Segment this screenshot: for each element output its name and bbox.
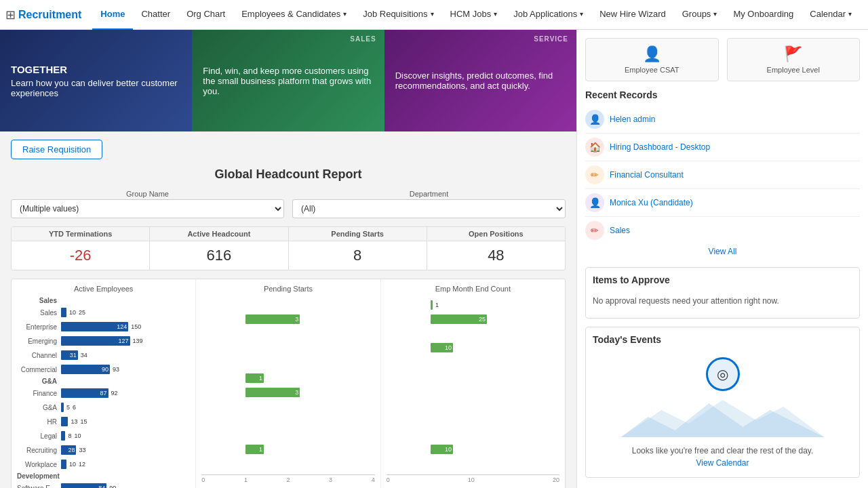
nav-item-org-chart[interactable]: Org Chart — [178, 0, 233, 30]
bar-row-label: Sales — [17, 309, 61, 317]
report-title: Global Headcount Report — [11, 167, 566, 182]
nav-item-new-hire-wizard[interactable]: New Hire Wizard — [591, 0, 674, 30]
metric-cards-row: 👤 Employee CSAT 🚩 Employee Level — [585, 38, 860, 81]
bar-container: 1012 — [61, 460, 190, 469]
emp-bar: 10 — [431, 445, 453, 454]
record-link[interactable]: Helen admin — [610, 115, 655, 124]
emp-axis-line — [387, 474, 559, 475]
view-calendar-link[interactable]: View Calendar — [593, 455, 852, 470]
chart-group-label: Sales — [17, 297, 190, 304]
record-item[interactable]: ✏ Sales — [585, 217, 860, 244]
record-icon: 👤 — [585, 110, 604, 129]
nav-item-my-onboarding[interactable]: My Onboarding — [725, 0, 802, 30]
group-name-select[interactable]: (Multiple values) — [11, 199, 284, 218]
recent-records-section: Recent Records 👤 Helen admin 🏠 Hiring Da… — [585, 89, 860, 259]
raise-requisition-button[interactable]: Raise Requisition — [11, 140, 102, 159]
record-item[interactable]: 🏠 Hiring Dashboard - Desktop — [585, 134, 860, 161]
employee-csat-icon: 👤 — [593, 45, 711, 63]
pending-bar-container: 1 — [245, 373, 374, 383]
bar-container: 810 — [61, 431, 190, 441]
bar-row-label: Channel — [17, 352, 61, 359]
pending-value: 8 — [292, 247, 424, 264]
bar-row-label: Commercial — [17, 366, 61, 373]
ytd-terminations-cell: YTD Terminations -26 — [12, 227, 150, 270]
employee-level-card[interactable]: 🚩 Employee Level — [727, 38, 861, 81]
nav-item-hcm-jobs[interactable]: HCM Jobs ▾ — [442, 0, 506, 30]
bar-row: HR1315 — [17, 415, 190, 428]
banner-service[interactable]: SERVICE Discover insights, predict outco… — [384, 30, 576, 131]
emp-bar-row: 10 — [387, 342, 559, 354]
nav-item-employees---candidates[interactable]: Employees & Candidates ▾ — [233, 0, 355, 30]
record-item[interactable]: 👤 Monica Xu (Candidate) — [585, 189, 860, 217]
active-bar — [61, 308, 66, 317]
nav-item-groups[interactable]: Groups ▾ — [674, 0, 726, 30]
mountain-illustration — [593, 396, 852, 437]
pending-bar-row: 3 — [201, 386, 374, 399]
view-all-link[interactable]: View All — [585, 244, 860, 259]
bar-value2: 12 — [79, 461, 85, 468]
chart-group-label: G&A — [17, 378, 190, 385]
banner-3-text: Discover insights, predict outcomes, fin… — [395, 70, 553, 91]
emp-bar — [431, 300, 433, 310]
emp-bar-container: 1 — [431, 300, 559, 310]
open-value: 48 — [430, 247, 562, 264]
department-select[interactable]: (All) — [292, 199, 566, 218]
emp-bar-value: 1 — [435, 302, 439, 308]
group-name-label: G&A — [17, 378, 61, 385]
chevron-down-icon: ▾ — [848, 10, 852, 18]
active-bar: 87 — [61, 388, 108, 398]
bar-container: 3134 — [61, 350, 190, 360]
active-value: 616 — [153, 247, 285, 264]
nav-item-job-applications[interactable]: Job Applications ▾ — [505, 0, 591, 30]
emp-bar-row — [387, 372, 559, 384]
record-link[interactable]: Monica Xu (Candidate) — [610, 198, 693, 207]
group-name-label: Sales — [17, 297, 61, 304]
nav-item-chatter[interactable]: Chatter — [133, 0, 178, 30]
bar-value2: 10 — [74, 432, 81, 439]
nav-item-home[interactable]: Home — [92, 0, 133, 30]
department-filter: Department (All) — [292, 190, 566, 218]
record-link[interactable]: Sales — [610, 226, 630, 235]
todays-events-title: Today's Events — [593, 334, 852, 345]
nav-item-calendar[interactable]: Calendar ▾ — [802, 0, 860, 30]
bar-row: Software Engineer8490 — [17, 482, 190, 488]
nav-item-more[interactable]: More ▾ — [860, 0, 868, 30]
record-item[interactable]: ✏ Financial Consultant — [585, 161, 860, 189]
app-grid-icon[interactable]: ⊞ — [5, 4, 16, 26]
emp-bar: 10 — [431, 343, 453, 352]
group-name-label: Development — [17, 472, 61, 480]
bar-container: 1315 — [61, 417, 190, 426]
bar-value2: 25 — [79, 309, 85, 316]
bar-value: 8 — [68, 432, 71, 439]
pending-bar: 3 — [245, 388, 300, 397]
bar-row: Legal810 — [17, 430, 190, 442]
pending-starts-chart: Pending Starts313101234 — [196, 279, 380, 488]
recent-records-title: Recent Records — [585, 89, 860, 100]
banner-together[interactable]: TOGETHER Learn how you can deliver bette… — [0, 30, 192, 131]
active-bar — [61, 431, 65, 441]
bar-row: Recruiting2833 — [17, 444, 190, 456]
employee-csat-label: Employee CSAT — [593, 66, 711, 74]
employee-csat-card[interactable]: 👤 Employee CSAT — [585, 38, 719, 81]
emp-bar-container: 10 — [431, 445, 559, 454]
bar-row: Workplace1012 — [17, 458, 190, 470]
events-circle-icon: ◎ — [706, 357, 740, 391]
pending-bar-container: 3 — [245, 388, 374, 397]
emp-bar-row — [387, 460, 559, 472]
bar-row-label: HR — [17, 418, 61, 426]
record-link[interactable]: Hiring Dashboard - Desktop — [610, 142, 710, 152]
nav-item-job-requisitions[interactable]: Job Requisitions ▾ — [355, 0, 441, 30]
active-bar — [61, 417, 68, 426]
events-empty-text: Looks like you're free and clear the res… — [593, 446, 852, 455]
record-item[interactable]: 👤 Helen admin — [585, 106, 860, 134]
bar-value2: 15 — [80, 418, 87, 425]
pending-starts-title: Pending Starts — [201, 285, 374, 293]
active-employees-title: Active Employees — [17, 285, 190, 293]
right-panel: 👤 Employee CSAT 🚩 Employee Level Recent … — [576, 30, 868, 488]
bar-value2: 90 — [109, 485, 116, 488]
record-link[interactable]: Financial Consultant — [610, 170, 684, 180]
pending-starts-cell: Pending Starts 8 — [289, 227, 427, 270]
emp-bar-row — [387, 401, 559, 413]
app-title: Recruitment — [18, 9, 81, 21]
banner-sales[interactable]: SALES Find, win, and keep more customers… — [192, 30, 384, 131]
